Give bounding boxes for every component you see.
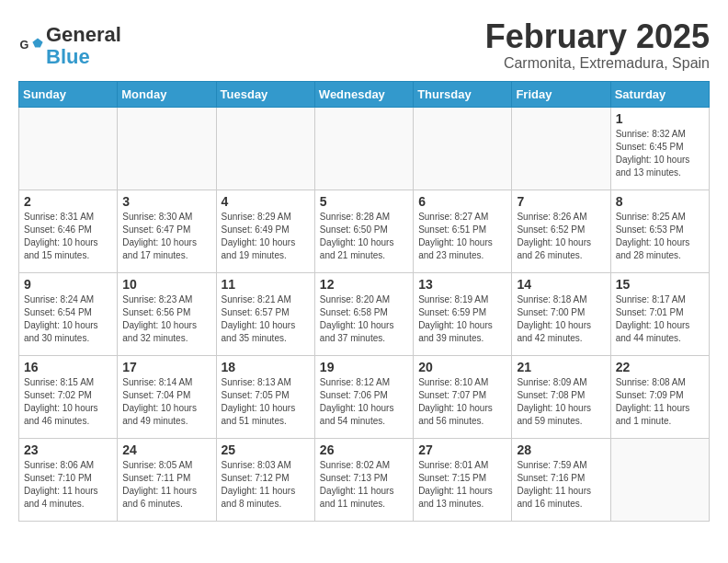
weekday-header-monday: Monday — [118, 81, 216, 107]
day-info: Sunrise: 8:30 AM Sunset: 6:47 PM Dayligh… — [122, 211, 210, 262]
calendar-cell: 16Sunrise: 8:15 AM Sunset: 7:02 PM Dayli… — [19, 355, 118, 438]
day-info: Sunrise: 8:20 AM Sunset: 6:58 PM Dayligh… — [320, 293, 408, 345]
day-info: Sunrise: 8:08 AM Sunset: 7:09 PM Dayligh… — [616, 376, 704, 428]
calendar-cell: 12Sunrise: 8:20 AM Sunset: 6:58 PM Dayli… — [314, 272, 413, 355]
day-number: 14 — [517, 277, 605, 292]
calendar-cell: 22Sunrise: 8:08 AM Sunset: 7:09 PM Dayli… — [610, 355, 709, 438]
calendar-cell: 25Sunrise: 8:03 AM Sunset: 7:12 PM Dayli… — [216, 438, 314, 521]
day-info: Sunrise: 8:27 AM Sunset: 6:51 PM Dayligh… — [418, 211, 506, 262]
calendar-table: SundayMondayTuesdayWednesdayThursdayFrid… — [18, 81, 710, 522]
calendar-cell — [314, 107, 413, 190]
day-info: Sunrise: 7:59 AM Sunset: 7:16 PM Dayligh… — [517, 459, 605, 511]
day-number: 5 — [320, 194, 408, 209]
day-number: 21 — [517, 360, 605, 374]
calendar-cell: 23Sunrise: 8:06 AM Sunset: 7:10 PM Dayli… — [19, 438, 118, 521]
calendar-cell: 21Sunrise: 8:09 AM Sunset: 7:08 PM Dayli… — [512, 355, 610, 438]
day-info: Sunrise: 8:21 AM Sunset: 6:57 PM Dayligh… — [222, 293, 310, 345]
header: G GeneralBlue February 2025 Carmonita, E… — [18, 18, 710, 72]
day-number: 1 — [616, 111, 704, 126]
svg-marker-1 — [32, 39, 42, 48]
day-number: 28 — [517, 442, 605, 457]
weekday-header-sunday: Sunday — [19, 81, 118, 107]
calendar-cell: 9Sunrise: 8:24 AM Sunset: 6:54 PM Daylig… — [19, 272, 118, 355]
calendar-cell: 1Sunrise: 8:32 AM Sunset: 6:45 PM Daylig… — [610, 107, 709, 190]
weekday-header-thursday: Thursday — [414, 81, 512, 107]
day-info: Sunrise: 8:28 AM Sunset: 6:50 PM Dayligh… — [320, 211, 408, 262]
calendar-cell — [512, 107, 610, 190]
day-info: Sunrise: 8:19 AM Sunset: 6:59 PM Dayligh… — [418, 293, 506, 345]
calendar-cell: 6Sunrise: 8:27 AM Sunset: 6:51 PM Daylig… — [414, 190, 512, 272]
day-info: Sunrise: 8:25 AM Sunset: 6:53 PM Dayligh… — [616, 211, 704, 262]
day-number: 22 — [616, 360, 704, 374]
calendar-cell: 24Sunrise: 8:05 AM Sunset: 7:11 PM Dayli… — [118, 438, 216, 521]
day-info: Sunrise: 8:01 AM Sunset: 7:15 PM Dayligh… — [418, 459, 506, 511]
logo-text: GeneralBlue — [46, 24, 121, 68]
day-number: 12 — [320, 277, 408, 292]
day-info: Sunrise: 8:09 AM Sunset: 7:08 PM Dayligh… — [517, 376, 605, 428]
calendar-cell: 13Sunrise: 8:19 AM Sunset: 6:59 PM Dayli… — [414, 272, 512, 355]
weekday-header-friday: Friday — [512, 81, 610, 107]
calendar-cell — [414, 107, 512, 190]
day-number: 8 — [616, 194, 704, 209]
day-number: 10 — [122, 277, 210, 292]
calendar-cell: 4Sunrise: 8:29 AM Sunset: 6:49 PM Daylig… — [216, 190, 314, 272]
day-number: 20 — [418, 360, 506, 374]
day-info: Sunrise: 8:12 AM Sunset: 7:06 PM Dayligh… — [320, 376, 408, 428]
day-number: 18 — [222, 360, 310, 374]
week-row-3: 16Sunrise: 8:15 AM Sunset: 7:02 PM Dayli… — [19, 355, 710, 438]
calendar-cell: 3Sunrise: 8:30 AM Sunset: 6:47 PM Daylig… — [118, 190, 216, 272]
calendar-cell: 27Sunrise: 8:01 AM Sunset: 7:15 PM Dayli… — [414, 438, 512, 521]
day-info: Sunrise: 8:14 AM Sunset: 7:04 PM Dayligh… — [122, 376, 210, 428]
svg-text:G: G — [19, 39, 28, 52]
day-number: 6 — [418, 194, 506, 209]
day-number: 11 — [222, 277, 310, 292]
day-number: 15 — [616, 277, 704, 292]
day-number: 27 — [418, 442, 506, 457]
calendar-cell: 28Sunrise: 7:59 AM Sunset: 7:16 PM Dayli… — [512, 438, 610, 521]
logo-icon: G — [18, 33, 44, 59]
day-number: 19 — [320, 360, 408, 374]
calendar-cell: 11Sunrise: 8:21 AM Sunset: 6:57 PM Dayli… — [216, 272, 314, 355]
day-info: Sunrise: 8:03 AM Sunset: 7:12 PM Dayligh… — [222, 459, 310, 511]
calendar-cell — [19, 107, 118, 190]
day-number: 17 — [122, 360, 210, 374]
title-area: February 2025 Carmonita, Extremadura, Sp… — [485, 18, 710, 72]
day-number: 7 — [517, 194, 605, 209]
day-number: 3 — [122, 194, 210, 209]
day-info: Sunrise: 8:26 AM Sunset: 6:52 PM Dayligh… — [517, 211, 605, 262]
day-info: Sunrise: 8:05 AM Sunset: 7:11 PM Dayligh… — [122, 459, 210, 511]
location-title: Carmonita, Extremadura, Spain — [485, 55, 710, 72]
week-row-2: 9Sunrise: 8:24 AM Sunset: 6:54 PM Daylig… — [19, 272, 710, 355]
calendar-cell: 19Sunrise: 8:12 AM Sunset: 7:06 PM Dayli… — [314, 355, 413, 438]
day-info: Sunrise: 8:32 AM Sunset: 6:45 PM Dayligh… — [616, 128, 704, 179]
weekday-header-wednesday: Wednesday — [314, 81, 413, 107]
weekday-header-row: SundayMondayTuesdayWednesdayThursdayFrid… — [19, 81, 710, 107]
calendar-cell: 26Sunrise: 8:02 AM Sunset: 7:13 PM Dayli… — [314, 438, 413, 521]
day-number: 16 — [24, 360, 112, 374]
day-info: Sunrise: 8:29 AM Sunset: 6:49 PM Dayligh… — [222, 211, 310, 262]
calendar-cell: 7Sunrise: 8:26 AM Sunset: 6:52 PM Daylig… — [512, 190, 610, 272]
day-number: 2 — [24, 194, 112, 209]
day-info: Sunrise: 8:17 AM Sunset: 7:01 PM Dayligh… — [616, 293, 704, 345]
week-row-1: 2Sunrise: 8:31 AM Sunset: 6:46 PM Daylig… — [19, 190, 710, 272]
weekday-header-saturday: Saturday — [610, 81, 709, 107]
calendar-cell — [216, 107, 314, 190]
calendar-cell: 5Sunrise: 8:28 AM Sunset: 6:50 PM Daylig… — [314, 190, 413, 272]
day-info: Sunrise: 8:24 AM Sunset: 6:54 PM Dayligh… — [24, 293, 112, 345]
calendar-cell: 20Sunrise: 8:10 AM Sunset: 7:07 PM Dayli… — [414, 355, 512, 438]
week-row-4: 23Sunrise: 8:06 AM Sunset: 7:10 PM Dayli… — [19, 438, 710, 521]
month-title: February 2025 — [485, 18, 710, 55]
week-row-0: 1Sunrise: 8:32 AM Sunset: 6:45 PM Daylig… — [19, 107, 710, 190]
weekday-header-tuesday: Tuesday — [216, 81, 314, 107]
day-number: 4 — [222, 194, 310, 209]
day-info: Sunrise: 8:10 AM Sunset: 7:07 PM Dayligh… — [418, 376, 506, 428]
calendar-cell: 2Sunrise: 8:31 AM Sunset: 6:46 PM Daylig… — [19, 190, 118, 272]
calendar-cell: 17Sunrise: 8:14 AM Sunset: 7:04 PM Dayli… — [118, 355, 216, 438]
day-number: 25 — [222, 442, 310, 457]
day-info: Sunrise: 8:15 AM Sunset: 7:02 PM Dayligh… — [24, 376, 112, 428]
day-number: 9 — [24, 277, 112, 292]
calendar-cell: 15Sunrise: 8:17 AM Sunset: 7:01 PM Dayli… — [610, 272, 709, 355]
day-info: Sunrise: 8:18 AM Sunset: 7:00 PM Dayligh… — [517, 293, 605, 345]
day-number: 23 — [24, 442, 112, 457]
calendar-cell: 14Sunrise: 8:18 AM Sunset: 7:00 PM Dayli… — [512, 272, 610, 355]
